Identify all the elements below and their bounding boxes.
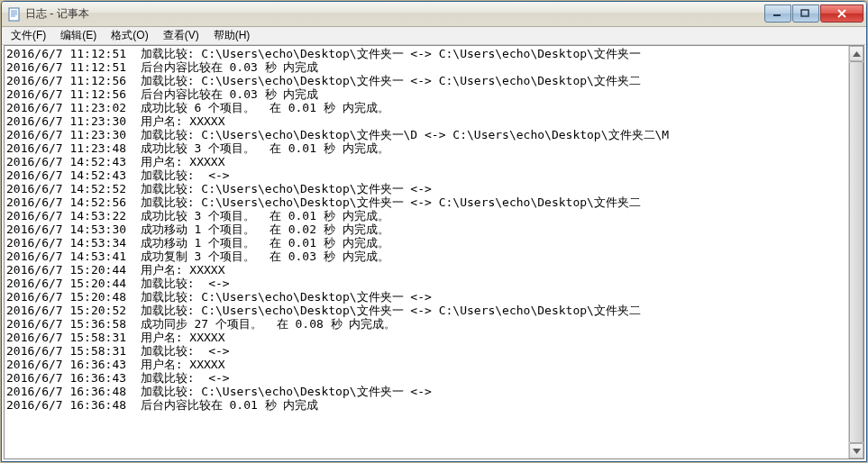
log-line: 2016/6/7 15:58:31 加载比较: <-> xyxy=(6,344,846,358)
log-line: 2016/6/7 14:53:34 成功移动 1 个项目。 在 0.01 秒 内… xyxy=(6,236,846,250)
svg-rect-6 xyxy=(801,10,809,16)
log-line: 2016/6/7 15:20:44 加载比较: <-> xyxy=(6,277,846,290)
svg-rect-5 xyxy=(773,14,781,16)
log-line: 2016/6/7 11:12:56 加载比较: C:\Users\echo\De… xyxy=(6,74,846,87)
log-line: 2016/6/7 11:23:02 成功比较 6 个项目。 在 0.01 秒 内… xyxy=(6,101,846,114)
log-line: 2016/6/7 15:20:48 加载比较: C:\Users\echo\De… xyxy=(6,290,846,304)
log-line: 2016/6/7 15:20:52 加载比较: C:\Users\echo\De… xyxy=(6,304,846,317)
log-line: 2016/6/7 16:36:48 加载比较: C:\Users\echo\De… xyxy=(6,385,846,398)
maximize-icon xyxy=(800,9,811,18)
notepad-window: 日志 - 记事本 文件(F) 编辑(E) 格式(O) 查看(V) 帮助(H) 2… xyxy=(1,1,867,462)
minimize-button[interactable] xyxy=(764,5,791,23)
log-line: 2016/6/7 15:20:44 用户名: XXXXX xyxy=(6,263,846,277)
menubar: 文件(F) 编辑(E) 格式(O) 查看(V) 帮助(H) xyxy=(2,27,866,45)
log-line: 2016/6/7 16:36:43 加载比较: <-> xyxy=(6,371,846,385)
menu-file[interactable]: 文件(F) xyxy=(4,27,53,44)
log-line: 2016/6/7 14:52:43 加载比较: <-> xyxy=(6,168,846,182)
menu-format[interactable]: 格式(O) xyxy=(104,27,155,44)
scroll-track[interactable] xyxy=(849,61,863,443)
vertical-scrollbar[interactable] xyxy=(848,46,863,458)
scroll-up-button[interactable] xyxy=(849,46,863,61)
log-line: 2016/6/7 14:53:22 成功比较 3 个项目。 在 0.01 秒 内… xyxy=(6,209,846,222)
window-title: 日志 - 记事本 xyxy=(25,6,764,22)
chevron-up-icon xyxy=(853,51,861,57)
log-line: 2016/6/7 11:23:48 成功比较 3 个项目。 在 0.01 秒 内… xyxy=(6,141,846,155)
log-line: 2016/6/7 15:58:31 用户名: XXXXX xyxy=(6,331,846,344)
menu-edit[interactable]: 编辑(E) xyxy=(53,27,104,44)
notepad-icon xyxy=(7,7,22,22)
text-area[interactable]: 2016/6/7 11:12:51 加载比较: C:\Users\echo\De… xyxy=(5,46,848,458)
log-line: 2016/6/7 14:53:41 成功复制 3 个项目。 在 0.03 秒 内… xyxy=(6,250,846,263)
minimize-icon xyxy=(772,9,783,18)
chevron-down-icon xyxy=(853,449,861,454)
scroll-thumb[interactable] xyxy=(849,61,863,443)
log-line: 2016/6/7 14:53:30 成功移动 1 个项目。 在 0.02 秒 内… xyxy=(6,222,846,236)
close-icon xyxy=(836,9,847,18)
client-area: 2016/6/7 11:12:51 加载比较: C:\Users\echo\De… xyxy=(4,45,864,459)
menu-help[interactable]: 帮助(H) xyxy=(206,27,258,44)
scroll-down-button[interactable] xyxy=(849,443,863,458)
log-line: 2016/6/7 11:12:51 后台内容比较在 0.03 秒 内完成 xyxy=(6,60,846,74)
log-line: 2016/6/7 11:12:56 后台内容比较在 0.03 秒 内完成 xyxy=(6,87,846,101)
maximize-button[interactable] xyxy=(792,5,819,23)
log-line: 2016/6/7 14:52:43 用户名: XXXXX xyxy=(6,155,846,168)
window-controls xyxy=(764,5,863,23)
log-line: 2016/6/7 14:52:52 加载比较: C:\Users\echo\De… xyxy=(6,182,846,195)
log-line: 2016/6/7 15:36:58 成功同步 27 个项目。 在 0.08 秒 … xyxy=(6,317,846,331)
close-button[interactable] xyxy=(820,5,863,23)
log-line: 2016/6/7 11:23:30 用户名: XXXXX xyxy=(6,114,846,128)
log-line: 2016/6/7 11:23:30 加载比较: C:\Users\echo\De… xyxy=(6,128,846,141)
log-line: 2016/6/7 16:36:43 用户名: XXXXX xyxy=(6,358,846,371)
titlebar[interactable]: 日志 - 记事本 xyxy=(2,2,866,27)
log-line: 2016/6/7 16:36:48 后台内容比较在 0.01 秒 内完成 xyxy=(6,398,846,412)
menu-view[interactable]: 查看(V) xyxy=(156,27,206,44)
log-line: 2016/6/7 11:12:51 加载比较: C:\Users\echo\De… xyxy=(6,47,846,60)
log-line: 2016/6/7 14:52:56 加载比较: C:\Users\echo\De… xyxy=(6,195,846,209)
